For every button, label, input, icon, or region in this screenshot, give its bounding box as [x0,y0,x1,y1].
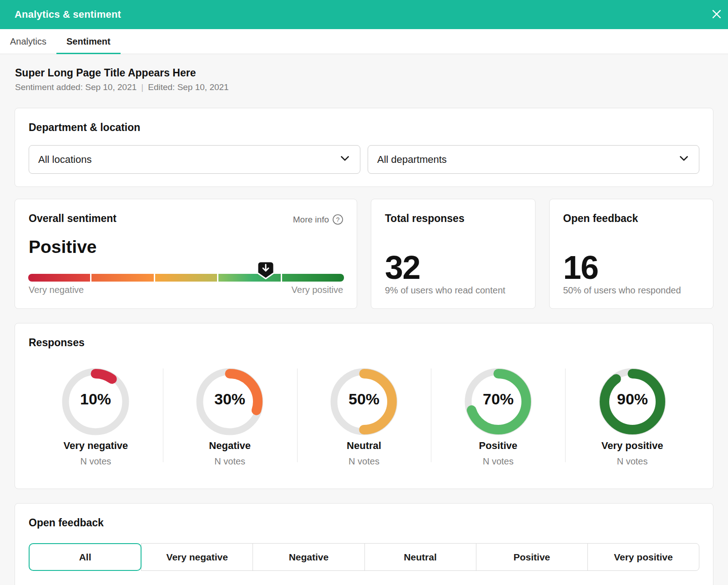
svg-text:10%: 10% [80,390,111,408]
svg-text:30%: 30% [214,390,245,408]
svg-text:50%: 50% [349,390,379,408]
svg-text:90%: 90% [617,390,648,408]
svg-text:70%: 70% [483,390,514,408]
svg-text:?: ? [336,216,340,223]
